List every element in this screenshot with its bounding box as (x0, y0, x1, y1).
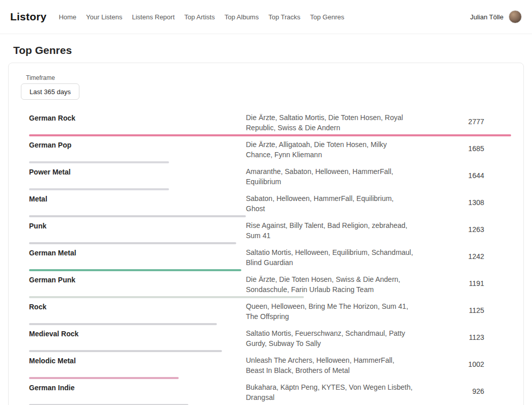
main-nav: Home Your Listens Listens Report Top Art… (59, 13, 344, 21)
genre-row[interactable]: Medieval Rock Saltatio Mortis, Feuerschw… (21, 325, 511, 352)
nav-item-listens-report[interactable]: Listens Report (132, 13, 175, 21)
nav-item-top-artists[interactable]: Top Artists (184, 13, 215, 21)
genre-name: German Pop (29, 139, 246, 150)
genre-count: 926 (414, 382, 511, 395)
genre-count: 1002 (414, 355, 511, 368)
genre-row[interactable]: German Metal Saltatio Mortis, Helloween,… (21, 244, 511, 271)
genre-count: 1308 (414, 193, 511, 207)
top-navbar: Listory Home Your Listens Listens Report… (0, 0, 532, 34)
genre-name: Medieval Rock (29, 328, 246, 339)
nav-item-your-listens[interactable]: Your Listens (86, 13, 122, 21)
nav-item-top-albums[interactable]: Top Albums (225, 13, 259, 21)
genre-artists: Amaranthe, Sabaton, Helloween, HammerFal… (246, 166, 414, 187)
genre-row[interactable]: German Indie Bukahara, Käptn Peng, KYTES… (21, 379, 511, 405)
nav-item-top-genres[interactable]: Top Genres (310, 13, 344, 21)
app-logo[interactable]: Listory (10, 11, 46, 23)
genre-name: German Rock (29, 112, 246, 123)
page-title: Top Genres (13, 43, 519, 57)
genre-count: 1125 (414, 301, 511, 314)
genre-artists: Bukahara, Käptn Peng, KYTES, Von Wegen L… (246, 382, 414, 402)
genre-name: German Metal (29, 247, 246, 258)
genre-artists: Die Ärzte, Alligatoah, Die Toten Hosen, … (246, 139, 414, 160)
genre-count: 1685 (414, 139, 511, 153)
genre-row[interactable]: German Pop Die Ärzte, Alligatoah, Die To… (21, 136, 511, 163)
genre-name: Power Metal (29, 166, 246, 177)
genre-row[interactable]: Power Metal Amaranthe, Sabaton, Hellowee… (21, 163, 511, 190)
genre-row[interactable]: Melodic Metal Unleash The Archers, Hello… (21, 352, 511, 379)
genre-artists: Sabaton, Helloween, HammerFall, Equilibr… (246, 193, 414, 214)
genre-count: 1644 (414, 166, 511, 180)
genre-name: German Indie (29, 382, 246, 393)
genre-artists: Saltatio Mortis, Helloween, Equilibrium,… (246, 247, 414, 268)
genre-name: Rock (29, 301, 246, 312)
top-genres-card: Timeframe Last 365 days German Rock Die … (8, 63, 524, 405)
genre-table-body: German Rock Die Ärzte, Saltatio Mortis, … (21, 109, 511, 405)
genre-artists: Queen, Helloween, Bring Me The Horizon, … (246, 301, 414, 322)
user-avatar[interactable] (509, 10, 522, 23)
genre-count: 1263 (414, 220, 511, 234)
genre-artists: Rise Against, Billy Talent, Bad Religion… (246, 220, 414, 241)
genre-artists: Unleash The Archers, Helloween, HammerFa… (246, 355, 414, 375)
genre-count: 1242 (414, 247, 511, 261)
navbar-user-area: Julian Tölle (470, 10, 522, 23)
nav-item-top-tracks[interactable]: Top Tracks (268, 13, 300, 21)
genre-count: 2777 (414, 112, 511, 126)
timeframe-label: Timeframe (26, 74, 511, 81)
genre-row[interactable]: Metal Sabaton, Helloween, HammerFall, Eq… (21, 190, 511, 217)
genre-name: Metal (29, 193, 246, 204)
user-name[interactable]: Julian Tölle (470, 13, 503, 21)
genre-name: German Punk (29, 274, 246, 285)
genre-count: 1123 (414, 328, 511, 341)
genre-count: 1191 (414, 274, 511, 287)
timeframe-select[interactable]: Last 365 days (21, 83, 79, 100)
nav-item-home[interactable]: Home (59, 13, 76, 21)
genre-name: Melodic Metal (29, 355, 246, 366)
genre-name: Punk (29, 220, 246, 231)
genre-row[interactable]: Punk Rise Against, Billy Talent, Bad Rel… (21, 217, 511, 244)
genre-artists: Die Ärzte, Die Toten Hosen, Swiss & Die … (246, 274, 414, 295)
genre-artists: Saltatio Mortis, Feuerschwanz, Schandmau… (246, 328, 414, 349)
genre-row[interactable]: German Rock Die Ärzte, Saltatio Mortis, … (21, 109, 511, 136)
genre-row[interactable]: German Punk Die Ärzte, Die Toten Hosen, … (21, 271, 511, 298)
genre-artists: Die Ärzte, Saltatio Mortis, Die Toten Ho… (246, 112, 414, 133)
page-content: Top Genres Timeframe Last 365 days Germa… (0, 43, 532, 405)
genre-row[interactable]: Rock Queen, Helloween, Bring Me The Hori… (21, 298, 511, 325)
